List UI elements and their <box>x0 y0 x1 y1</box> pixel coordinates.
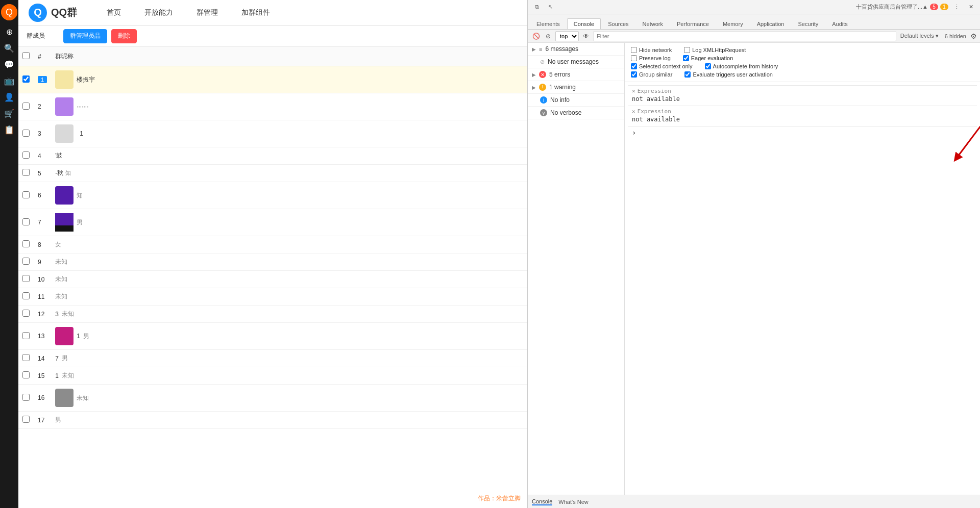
tab-audits[interactable]: Audits <box>825 18 854 29</box>
error-icon: ✕ <box>539 71 546 78</box>
member-suffix: 7 <box>55 355 59 362</box>
row-checkbox[interactable] <box>22 310 30 317</box>
avatar-img <box>55 327 74 345</box>
sidebar-icon-list[interactable]: 📋 <box>2 122 16 137</box>
row-checkbox[interactable] <box>22 103 30 110</box>
member-age: 未知 <box>55 258 67 265</box>
tab-performance[interactable]: Performance <box>670 18 716 29</box>
tab-application[interactable]: Application <box>750 18 791 29</box>
preserve-log-checkbox[interactable] <box>631 55 637 61</box>
eye-icon[interactable]: 👁 <box>581 31 591 41</box>
context-select[interactable]: top <box>555 31 579 41</box>
filter-label: Autocomplete from history <box>713 63 778 69</box>
row-checkbox[interactable] <box>22 275 30 282</box>
row-id: 5 <box>34 165 51 182</box>
tab-elements[interactable]: Elements <box>530 18 567 29</box>
filter-preserve-log[interactable]: Preserve log <box>631 55 671 61</box>
autocomplete-checkbox[interactable] <box>705 63 711 69</box>
devtools-inspect-btn[interactable]: ↖ <box>544 2 556 12</box>
msg-item-verbose[interactable]: v No verbose <box>528 107 624 119</box>
bottom-tab-whatsnew[interactable]: What's New <box>558 499 588 505</box>
row-id: 15 <box>34 367 51 385</box>
settings-icon[interactable]: ⚙ <box>970 32 977 40</box>
msg-label: 1 warning <box>549 84 576 91</box>
filter-input[interactable] <box>593 31 896 41</box>
filter-log-xml[interactable]: Log XMLHttpRequest <box>684 47 746 53</box>
tab-network[interactable]: Network <box>636 18 670 29</box>
avatar[interactable]: Q <box>1 4 17 20</box>
tab-memory[interactable]: Memory <box>716 18 750 29</box>
row-checkbox[interactable] <box>22 151 30 159</box>
devtools-more-btn[interactable]: ⋮ <box>950 2 963 12</box>
row-checkbox[interactable] <box>22 371 30 378</box>
delete-btn[interactable]: 删除 <box>111 29 137 43</box>
filter-group-similar[interactable]: Group similar <box>631 71 672 78</box>
nav-home[interactable]: 首页 <box>103 6 125 19</box>
expression-value-2: not available <box>632 115 973 124</box>
row-checkbox[interactable] <box>22 191 30 198</box>
filter-icon[interactable]: ⊘ <box>543 31 553 41</box>
log-xml-checkbox[interactable] <box>684 47 690 53</box>
row-checkbox[interactable] <box>22 218 30 225</box>
tab-sources[interactable]: Sources <box>601 18 635 29</box>
row-checkbox[interactable] <box>22 394 30 401</box>
eval-triggers-checkbox[interactable] <box>684 71 691 78</box>
row-checkbox[interactable] <box>22 292 30 299</box>
filter-options: Hide network Log XMLHttpRequest Preserve… <box>625 43 980 82</box>
tab-security[interactable]: Security <box>791 18 825 29</box>
msg-item-warning[interactable]: ▶ ! 1 warning <box>528 81 624 94</box>
devtools-topbar-right: 十百货供应商后台管理了...▲ 5 1 ⋮ ✕ <box>856 2 977 12</box>
row-id: 12 <box>34 306 51 323</box>
msg-item-errors[interactable]: ▶ ✕ 5 errors <box>528 68 624 81</box>
avatar-img <box>55 186 74 205</box>
nav-join[interactable]: 加群组件 <box>237 6 274 19</box>
row-checkbox[interactable] <box>22 332 30 339</box>
msg-item-no-user[interactable]: ⊘ No user messages <box>528 56 624 68</box>
msg-item-6messages[interactable]: ▶ ≡ 6 messages <box>528 43 624 56</box>
filter-hide-network[interactable]: Hide network <box>631 47 672 53</box>
row-checkbox[interactable] <box>22 240 30 247</box>
bottom-tab-console[interactable]: Console <box>532 498 552 505</box>
console-bottom-bar: Console What's New <box>528 495 980 508</box>
row-checkbox[interactable] <box>22 416 30 423</box>
filter-eager-eval[interactable]: Eager evaluation <box>683 55 733 61</box>
default-levels[interactable]: Default levels ▾ <box>900 33 939 39</box>
msg-item-info[interactable]: i No info <box>528 94 624 107</box>
eager-eval-checkbox[interactable] <box>683 55 689 61</box>
row-checkbox[interactable] <box>22 75 30 83</box>
hide-network-checkbox[interactable] <box>631 47 637 53</box>
nav-manage[interactable]: 群管理 <box>192 6 222 19</box>
devtools-close-btn[interactable]: ✕ <box>965 2 977 12</box>
row-id: 10 <box>34 271 51 288</box>
messages-list: ▶ ≡ 6 messages ⊘ No user messages ▶ ✕ 5 … <box>528 43 625 495</box>
filter-autocomplete[interactable]: Autocomplete from history <box>705 63 778 69</box>
member-age: 未知 <box>62 371 74 380</box>
select-all-checkbox[interactable] <box>22 52 30 59</box>
sidebar-icon-live[interactable]: 📺 <box>2 73 16 88</box>
sidebar-icon-chat[interactable]: 💬 <box>2 57 16 71</box>
row-checkbox[interactable] <box>22 258 30 265</box>
nav-capability[interactable]: 开放能力 <box>140 6 177 19</box>
filter-row-4: Group similar Evaluate triggers user act… <box>631 71 974 78</box>
sidebar-icon-search[interactable]: 🔍 <box>2 41 16 55</box>
expression-close-2[interactable]: ✕ <box>632 108 635 115</box>
group-label: 群成员 <box>27 32 45 40</box>
manage-btn[interactable]: 群管理员品 <box>63 29 107 43</box>
sidebar-icon-home[interactable]: ⊕ <box>2 24 16 39</box>
expression-close-1[interactable]: ✕ <box>632 88 635 94</box>
sidebar-icon-shop[interactable]: 🛒 <box>2 106 16 120</box>
devtools-dock-btn[interactable]: ⧉ <box>531 2 543 12</box>
tab-console[interactable]: Console <box>567 18 601 29</box>
row-checkbox[interactable] <box>22 130 30 137</box>
clear-console-icon[interactable]: 🚫 <box>531 31 541 41</box>
row-checkbox[interactable] <box>22 169 30 176</box>
member-gender: 男 <box>55 416 61 423</box>
filter-selected-context[interactable]: Selected context only <box>631 63 693 69</box>
filter-eval-triggers[interactable]: Evaluate triggers user activation <box>684 71 773 78</box>
sidebar-icon-user[interactable]: 👤 <box>2 90 16 104</box>
filter-label: Selected context only <box>639 63 693 69</box>
row-checkbox[interactable] <box>22 354 30 361</box>
member-gender: 女 <box>55 241 61 248</box>
selected-context-checkbox[interactable] <box>631 63 637 69</box>
group-similar-checkbox[interactable] <box>631 71 637 78</box>
